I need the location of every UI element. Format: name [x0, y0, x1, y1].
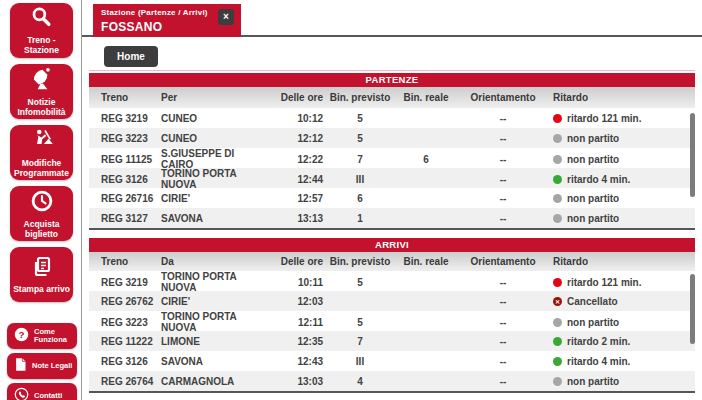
departures-body: REG 3219 CUNEO 10:12 5 -- ritardo 121 mi…: [89, 108, 695, 228]
cell-ritardo: non partito: [551, 193, 695, 204]
table-row[interactable]: REG 26762 CIRIE' 12:03 -- Cancellato: [89, 291, 695, 311]
sidebar-item-label: Note Legali: [32, 362, 72, 370]
main-content: Stazione (Partenze / Arrivi) FOSSANO × H…: [81, 0, 702, 400]
departures-header-row: Treno Per Delle ore Bin. previsto Bin. r…: [89, 87, 695, 108]
cell-orario: 13:03: [261, 376, 323, 387]
station-name: FOSSANO: [101, 20, 233, 34]
tab-title: Stazione (Partenze / Arrivi): [101, 8, 233, 17]
table-row[interactable]: REG 3223 TORINO PORTA NUOVA 12:11 5 -- n…: [89, 311, 695, 331]
cell-treno: REG 3219: [89, 113, 161, 124]
ritardo-label: ritardo 121 min.: [567, 113, 641, 124]
ritardo-label: ritardo 4 min.: [567, 356, 630, 367]
arrivals-header-row: Treno Da Delle ore Bin. previsto Bin. re…: [89, 252, 695, 271]
cell-orientamento: --: [455, 317, 551, 328]
col-header-orientamento: Orientamento: [455, 92, 551, 103]
cell-bin-previsto: 4: [323, 376, 397, 387]
col-header-bin-previsto: Bin. previsto: [323, 92, 397, 103]
cell-orientamento: --: [455, 133, 551, 144]
status-icon: [553, 278, 562, 287]
sidebar-item-label: Treno - Stazione: [10, 36, 73, 56]
cell-ritardo: non partito: [551, 154, 695, 165]
table-row[interactable]: REG 11222 LIMONE 12:35 7 -- ritardo 2 mi…: [89, 331, 695, 351]
sidebar-item-label: Acquista biglietto: [10, 220, 73, 240]
divider: [89, 70, 695, 71]
departures-table: PARTENZE Treno Per Delle ore Bin. previs…: [89, 73, 695, 230]
cell-bin-previsto: III: [323, 174, 397, 185]
col-header-bin-reale: Bin. reale: [397, 92, 455, 103]
table-row[interactable]: REG 3126 TORINO PORTA NUOVA 12:44 III --…: [89, 168, 695, 188]
cell-destinazione: CUNEO: [161, 133, 261, 144]
sidebar-item-contatti[interactable]: Contatti: [7, 383, 77, 400]
table-row[interactable]: REG 3223 CUNEO 12:12 5 -- non partito: [89, 128, 695, 148]
cell-ritardo: non partito: [551, 213, 695, 224]
close-icon[interactable]: ×: [218, 9, 234, 25]
sidebar-item-label: Notizie Infomobilità: [10, 98, 73, 118]
home-button[interactable]: Home: [104, 46, 158, 67]
sidebar-item-notizie-infomobilita[interactable]: Notizie Infomobilità: [10, 64, 73, 119]
ritardo-label: ritardo 121 min.: [567, 277, 641, 288]
search-icon: [29, 5, 54, 34]
app-window: Treno - Stazione Notizie Infomobilità Mo…: [0, 0, 702, 400]
sidebar-spacer: [0, 308, 81, 323]
cell-bin-previsto: 5: [323, 277, 397, 288]
cell-orientamento: --: [455, 154, 551, 165]
cell-orientamento: --: [455, 174, 551, 185]
cell-bin-previsto: 7: [323, 336, 397, 347]
ritardo-label: non partito: [567, 133, 619, 144]
sidebar-item-come-funziona[interactable]: ? Come Funziona: [7, 323, 77, 349]
svg-text:?: ?: [18, 328, 24, 339]
cell-provenienza: CARMAGNOLA: [161, 376, 261, 387]
cell-orientamento: --: [455, 193, 551, 204]
arrivals-title: ARRIVI: [89, 238, 695, 252]
arrivals-table: ARRIVI Treno Da Delle ore Bin. previsto …: [89, 238, 695, 393]
scrollbar[interactable]: [690, 113, 695, 197]
documents-icon: [30, 255, 54, 283]
table-row[interactable]: REG 11125 S.GIUSEPPE DI CAIRO 12:22 7 6 …: [89, 148, 695, 168]
sidebar-item-treno-stazione[interactable]: Treno - Stazione: [10, 3, 73, 58]
status-icon: [553, 194, 562, 203]
status-icon: [553, 134, 562, 143]
ritardo-label: non partito: [567, 317, 619, 328]
table-row[interactable]: REG 3219 TORINO PORTA NUOVA 10:11 5 -- r…: [89, 271, 695, 291]
sidebar: Treno - Stazione Notizie Infomobilità Mo…: [0, 0, 81, 400]
question-icon: ?: [13, 326, 30, 347]
cell-destinazione: S.GIUSEPPE DI CAIRO: [161, 148, 261, 170]
status-icon: [553, 175, 562, 184]
cell-destinazione: CUNEO: [161, 113, 261, 124]
table-row[interactable]: REG 26764 CARMAGNOLA 13:03 4 -- non part…: [89, 371, 695, 391]
cell-treno: REG 3219: [89, 277, 161, 288]
table-row[interactable]: REG 3219 CUNEO 10:12 5 -- ritardo 121 mi…: [89, 108, 695, 128]
cell-ritardo: ritardo 121 min.: [551, 113, 695, 124]
ritardo-label: ritardo 2 min.: [567, 336, 630, 347]
col-header-delle-ore: Delle ore: [261, 256, 323, 267]
table-row[interactable]: REG 3127 SAVONA 13:13 1 -- non partito: [89, 208, 695, 228]
cell-ritardo: non partito: [551, 317, 695, 328]
sidebar-item-label: Come Funziona: [34, 328, 77, 345]
cell-destinazione: TORINO PORTA NUOVA: [161, 168, 261, 190]
cell-ritardo: ritardo 4 min.: [551, 356, 695, 367]
cell-orientamento: --: [455, 376, 551, 387]
sidebar-item-note-legali[interactable]: Note Legali: [7, 353, 77, 379]
col-header-treno: Treno: [89, 92, 161, 103]
col-header-per: Per: [161, 92, 261, 103]
cell-orario: 12:11: [261, 317, 323, 328]
cell-orientamento: --: [455, 213, 551, 224]
sidebar-item-label: Contatti: [34, 392, 62, 400]
cell-bin-previsto: 5: [323, 133, 397, 144]
table-row[interactable]: REG 26716 CIRIE' 12:57 6 -- non partito: [89, 188, 695, 208]
tab-stazione[interactable]: Stazione (Partenze / Arrivi) FOSSANO ×: [93, 4, 241, 37]
col-header-ritardo: Ritardo: [551, 92, 695, 103]
cell-destinazione: CIRIE': [161, 193, 261, 204]
sidebar-item-stampa-arrivo[interactable]: Stampa arrivo: [10, 247, 73, 302]
col-header-da: Da: [161, 256, 261, 267]
cell-ritardo: non partito: [551, 376, 695, 387]
sidebar-item-acquista-biglietto[interactable]: Acquista biglietto: [10, 186, 73, 241]
ritardo-label: ritardo 4 min.: [567, 174, 630, 185]
sidebar-item-modifiche-programmate[interactable]: Modifiche Programmate: [10, 125, 73, 180]
table-row[interactable]: REG 3126 SAVONA 12:43 III -- ritardo 4 m…: [89, 351, 695, 371]
col-header-orientamento: Orientamento: [455, 256, 551, 267]
scrollbar[interactable]: [690, 274, 695, 344]
clock-icon: [29, 188, 55, 218]
cell-ritardo: ritardo 4 min.: [551, 174, 695, 185]
ritardo-label: Cancellato: [567, 296, 618, 307]
